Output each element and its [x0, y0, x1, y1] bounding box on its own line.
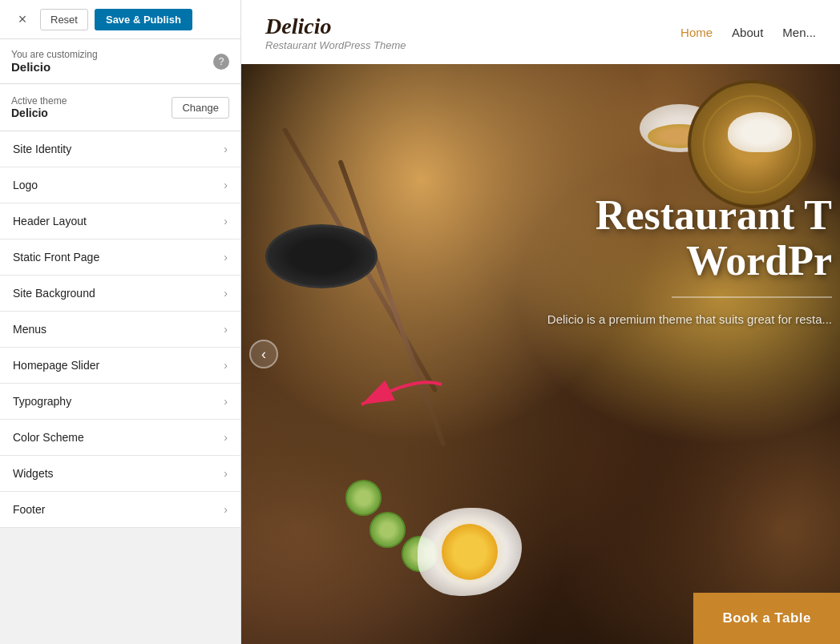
customizing-theme-name: Delicio: [11, 60, 98, 74]
hero-heading-line1: Restaurant T: [596, 192, 832, 238]
help-icon[interactable]: ?: [213, 54, 229, 70]
sidebar-item-site-background[interactable]: Site Background ›: [0, 276, 240, 312]
chevron-right-icon: ›: [224, 503, 228, 516]
hero-subtext: Delicio is a premium theme that suits gr…: [547, 311, 832, 329]
preview-nav: Home About Men...: [680, 26, 816, 39]
theme-section: Active theme Delicio Change: [0, 84, 240, 131]
book-table-button[interactable]: Book a Table: [693, 593, 840, 644]
chevron-right-icon: ›: [224, 179, 228, 191]
change-theme-button[interactable]: Change: [172, 97, 229, 119]
sidebar-item-menus[interactable]: Menus ›: [0, 312, 240, 348]
sidebar-item-site-identity[interactable]: Site Identity ›: [0, 131, 240, 167]
sidebar-item-logo[interactable]: Logo ›: [0, 167, 240, 203]
chevron-right-icon: ›: [224, 251, 228, 264]
preview-header: Delicio Restaurant WordPress Theme Home …: [241, 0, 840, 64]
sidebar-item-label: Color Scheme: [13, 431, 84, 444]
chevron-right-icon: ›: [224, 359, 228, 372]
cucumber-1: [370, 512, 406, 548]
cucumber-2: [345, 480, 382, 516]
reset-button[interactable]: Reset: [40, 9, 88, 30]
close-button[interactable]: ×: [11, 8, 34, 30]
hero-heading: Restaurant T WordPr: [547, 192, 832, 284]
chevron-right-icon: ›: [224, 143, 228, 155]
chevron-right-icon: ›: [224, 431, 228, 444]
preview-tagline: Restaurant WordPress Theme: [265, 39, 406, 51]
panel-header: × Reset Save & Publish: [0, 0, 240, 39]
preview-area: Delicio Restaurant WordPress Theme Home …: [241, 0, 840, 644]
sidebar-item-label: Site Background: [13, 287, 95, 300]
hero-divider: [672, 296, 832, 298]
slider-prev-button[interactable]: ‹: [249, 340, 278, 368]
sidebar-item-widgets[interactable]: Widgets ›: [0, 456, 240, 492]
sidebar-item-label: Footer: [13, 503, 45, 516]
preview-site-title: Delicio: [265, 14, 406, 39]
nav-item-home[interactable]: Home: [680, 26, 713, 39]
sidebar-item-label: Static Front Page: [13, 251, 99, 264]
chevron-right-icon: ›: [224, 287, 228, 300]
hero-section: ‹ Restaurant T WordPr Delicio is a premi…: [241, 64, 840, 644]
active-theme-label: Active theme: [11, 95, 67, 107]
sidebar-item-label: Menus: [13, 323, 46, 336]
hero-text-overlay: Restaurant T WordPr Delicio is a premium…: [547, 192, 840, 329]
chevron-right-icon: ›: [224, 215, 228, 227]
customizer-menu-list: Site Identity › Logo › Header Layout › S…: [0, 131, 240, 644]
customizing-info: You are customizing Delicio ?: [0, 39, 240, 84]
sidebar-item-label: Widgets: [13, 467, 54, 480]
sidebar-item-static-front-page[interactable]: Static Front Page ›: [0, 239, 240, 276]
chevron-right-icon: ›: [224, 467, 228, 480]
egg-yolk: [442, 524, 498, 580]
sidebar-item-header-layout[interactable]: Header Layout ›: [0, 203, 240, 239]
customizer-panel: × Reset Save & Publish You are customizi…: [0, 0, 241, 644]
save-publish-button[interactable]: Save & Publish: [95, 9, 192, 30]
chevron-right-icon: ›: [224, 395, 228, 408]
bowl: [265, 224, 378, 288]
sidebar-item-label: Logo: [13, 179, 38, 191]
hero-heading-line2: WordPr: [686, 238, 832, 284]
sidebar-item-label: Typography: [13, 395, 71, 408]
site-brand: Delicio Restaurant WordPress Theme: [265, 14, 406, 51]
sidebar-item-homepage-slider[interactable]: Homepage Slider ›: [0, 348, 240, 384]
sidebar-item-color-scheme[interactable]: Color Scheme ›: [0, 420, 240, 456]
chevron-right-icon: ›: [224, 323, 228, 336]
sidebar-item-label: Header Layout: [13, 215, 87, 227]
sidebar-item-footer[interactable]: Footer ›: [0, 492, 240, 528]
sidebar-item-label: Site Identity: [13, 143, 71, 155]
active-theme-name: Delicio: [11, 107, 67, 119]
nav-item-about[interactable]: About: [732, 26, 763, 39]
sidebar-item-typography[interactable]: Typography ›: [0, 384, 240, 420]
customizing-label: You are customizing: [11, 49, 98, 60]
sidebar-item-label: Homepage Slider: [13, 359, 99, 372]
nav-item-menu[interactable]: Men...: [782, 26, 816, 39]
dumpling: [728, 112, 792, 152]
